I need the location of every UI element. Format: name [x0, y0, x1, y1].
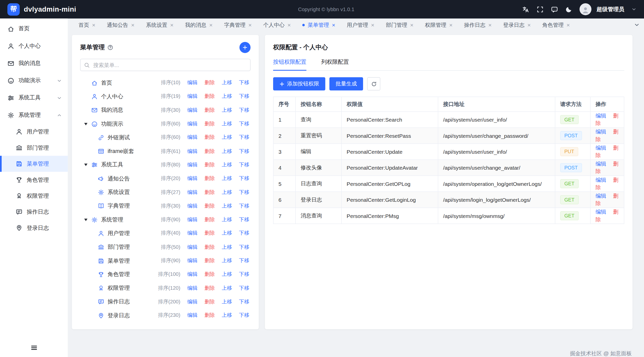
- tree-delete-link[interactable]: 删除: [205, 162, 215, 169]
- tree-move-up-link[interactable]: 上移: [222, 162, 232, 169]
- row-edit-link[interactable]: 编辑: [595, 209, 606, 215]
- tree-delete-link[interactable]: 删除: [205, 271, 215, 278]
- tab-item[interactable]: 个人中心 ×: [257, 21, 297, 29]
- tree-move-down-link[interactable]: 下移: [239, 148, 249, 155]
- perm-tab-column-config[interactable]: 列权限配置: [321, 58, 349, 70]
- tree-move-up-link[interactable]: 上移: [222, 271, 232, 278]
- tree-edit-link[interactable]: 编辑: [187, 216, 198, 223]
- perm-tab-button-config[interactable]: 按钮权限配置: [273, 58, 306, 70]
- tree-edit-link[interactable]: 编辑: [187, 120, 198, 127]
- tree-move-down-link[interactable]: 下移: [239, 216, 249, 223]
- tab-close-icon[interactable]: ×: [332, 22, 335, 28]
- tab-close-icon[interactable]: ×: [488, 22, 492, 28]
- sidebar-item[interactable]: 角色管理: [0, 172, 68, 188]
- tree-edit-link[interactable]: 编辑: [187, 257, 198, 264]
- username[interactable]: 超级管理员: [597, 6, 624, 13]
- menu-tree-row[interactable]: 功能演示 排序(60) 编辑 删除 上移 下移: [80, 117, 251, 131]
- tree-move-down-link[interactable]: 下移: [239, 203, 249, 210]
- menu-tree-row[interactable]: 菜单管理 排序(90) 编辑 删除 上移 下移: [80, 254, 251, 267]
- tree-edit-link[interactable]: 编辑: [187, 312, 198, 319]
- tree-edit-link[interactable]: 编辑: [187, 93, 198, 100]
- tab-close-icon[interactable]: ×: [131, 22, 134, 28]
- tab-more-chevron-icon[interactable]: [634, 22, 640, 28]
- tab-close-icon[interactable]: ×: [170, 22, 174, 28]
- sidebar-item[interactable]: 操作日志: [0, 204, 68, 220]
- tree-move-up-link[interactable]: 上移: [222, 203, 232, 210]
- tab-item[interactable]: 通知公告 ×: [101, 21, 140, 29]
- tree-delete-link[interactable]: 删除: [205, 134, 215, 141]
- row-edit-link[interactable]: 编辑: [595, 161, 606, 167]
- tree-edit-link[interactable]: 编辑: [187, 162, 198, 169]
- sidebar-item[interactable]: 个人中心: [0, 37, 68, 55]
- menu-tree-row[interactable]: 系统设置 排序(27) 编辑 删除 上移 下移: [80, 186, 251, 199]
- tree-delete-link[interactable]: 删除: [205, 203, 215, 210]
- tree-edit-link[interactable]: 编辑: [187, 175, 198, 182]
- tab-item[interactable]: 登录日志 ×: [497, 21, 537, 29]
- tree-move-down-link[interactable]: 下移: [239, 230, 249, 237]
- tree-delete-link[interactable]: 删除: [205, 148, 215, 155]
- tree-move-up-link[interactable]: 上移: [222, 312, 232, 319]
- avatar[interactable]: [579, 3, 591, 15]
- row-edit-link[interactable]: 编辑: [595, 129, 606, 135]
- tree-delete-link[interactable]: 删除: [205, 93, 215, 100]
- dark-mode-moon-icon[interactable]: [565, 6, 572, 13]
- tree-move-up-link[interactable]: 上移: [222, 298, 232, 305]
- menu-tree-row[interactable]: 首页 排序(10) 编辑 删除 上移 下移: [80, 76, 251, 90]
- tree-move-down-link[interactable]: 下移: [239, 175, 249, 182]
- tree-edit-link[interactable]: 编辑: [187, 244, 198, 251]
- tree-caret[interactable]: [84, 123, 91, 125]
- tab-close-icon[interactable]: ×: [410, 22, 413, 28]
- message-icon[interactable]: [551, 6, 558, 13]
- tree-delete-link[interactable]: 删除: [205, 298, 215, 305]
- tree-move-down-link[interactable]: 下移: [239, 189, 249, 196]
- tree-edit-link[interactable]: 编辑: [187, 79, 198, 86]
- tab-close-icon[interactable]: ×: [92, 22, 95, 28]
- tree-edit-link[interactable]: 编辑: [187, 203, 198, 210]
- tree-delete-link[interactable]: 删除: [205, 189, 215, 196]
- tab-item[interactable]: 首页 ×: [73, 21, 101, 29]
- tab-close-icon[interactable]: ×: [527, 22, 531, 28]
- tree-edit-link[interactable]: 编辑: [187, 230, 198, 237]
- sidebar-item[interactable]: 权限管理: [0, 188, 68, 204]
- tab-close-icon[interactable]: ×: [371, 22, 374, 28]
- menu-tree-row[interactable]: 通知公告 排序(20) 编辑 删除 上移 下移: [80, 172, 251, 186]
- tab-close-icon[interactable]: ×: [288, 22, 291, 28]
- tree-move-up-link[interactable]: 上移: [222, 230, 232, 237]
- tree-move-down-link[interactable]: 下移: [239, 285, 249, 292]
- tree-move-up-link[interactable]: 上移: [222, 216, 232, 223]
- help-question-icon[interactable]: [107, 44, 113, 50]
- tree-edit-link[interactable]: 编辑: [187, 298, 198, 305]
- row-edit-link[interactable]: 编辑: [595, 113, 606, 119]
- tab-item[interactable]: 我的消息 ×: [179, 21, 219, 29]
- sidebar-item[interactable]: 系统工具: [0, 89, 68, 106]
- tree-move-down-link[interactable]: 下移: [239, 120, 249, 127]
- menu-tree-row[interactable]: 用户管理 排序(40) 编辑 删除 上移 下移: [80, 227, 251, 240]
- tree-move-down-link[interactable]: 下移: [239, 162, 249, 169]
- menu-tree-row[interactable]: 外链测试 排序(60) 编辑 删除 上移 下移: [80, 131, 251, 144]
- menu-tree-row[interactable]: iframe嵌套 排序(61) 编辑 删除 上移 下移: [80, 144, 251, 158]
- tree-move-up-link[interactable]: 上移: [222, 285, 232, 292]
- refresh-button[interactable]: [367, 77, 380, 91]
- user-menu-chevron-down-icon[interactable]: [631, 7, 637, 12]
- row-edit-link[interactable]: 编辑: [595, 177, 606, 183]
- tab-item[interactable]: 系统设置 ×: [140, 21, 179, 29]
- tree-move-down-link[interactable]: 下移: [239, 257, 249, 264]
- tree-edit-link[interactable]: 编辑: [187, 189, 198, 196]
- sidebar-item[interactable]: 菜单管理: [0, 156, 68, 172]
- batch-generate-button[interactable]: 批量生成: [329, 77, 363, 91]
- tree-move-up-link[interactable]: 上移: [222, 79, 232, 86]
- row-edit-link[interactable]: 编辑: [595, 145, 606, 151]
- tree-move-down-link[interactable]: 下移: [239, 312, 249, 319]
- tree-move-down-link[interactable]: 下移: [239, 134, 249, 141]
- translate-icon[interactable]: [522, 6, 529, 13]
- sidebar-item[interactable]: 功能演示: [0, 72, 68, 89]
- menu-tree-row[interactable]: 操作日志 排序(200) 编辑 删除 上移 下移: [80, 295, 251, 309]
- menu-tree-row[interactable]: 我的消息 排序(30) 编辑 删除 上移 下移: [80, 103, 251, 117]
- tree-edit-link[interactable]: 编辑: [187, 134, 198, 141]
- tree-move-down-link[interactable]: 下移: [239, 271, 249, 278]
- tree-move-up-link[interactable]: 上移: [222, 107, 232, 114]
- tree-move-up-link[interactable]: 上移: [222, 134, 232, 141]
- tree-edit-link[interactable]: 编辑: [187, 107, 198, 114]
- tab-item[interactable]: 部门管理 ×: [380, 21, 419, 29]
- tree-delete-link[interactable]: 删除: [205, 244, 215, 251]
